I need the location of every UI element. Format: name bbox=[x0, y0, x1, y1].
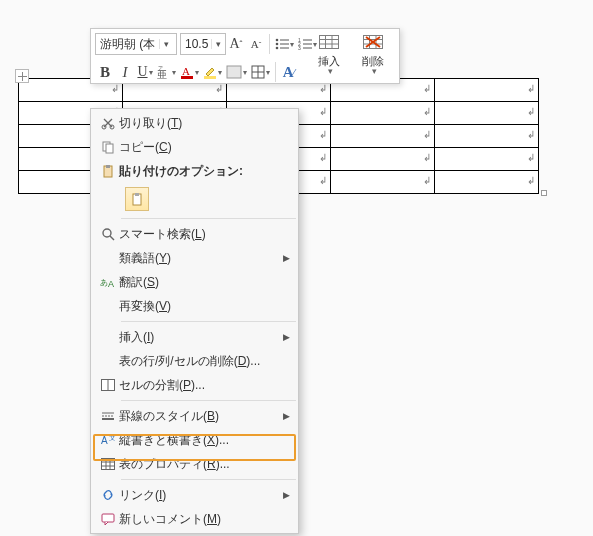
menu-text-direction-label: 縦書きと横書き(X)... bbox=[119, 432, 290, 449]
chevron-down-icon: ▾ bbox=[159, 39, 173, 49]
font-color-icon: A bbox=[180, 65, 194, 79]
grow-font-button[interactable]: Aˆ bbox=[226, 33, 246, 55]
ruby-button[interactable]: ア 亜 ▾ bbox=[155, 61, 178, 83]
shrink-font-button[interactable]: Aˇ bbox=[246, 33, 266, 55]
svg-text:亜: 亜 bbox=[157, 69, 167, 79]
menu-paste-options-label: 貼り付けのオプション: bbox=[119, 163, 290, 180]
text-direction-icon: A文 bbox=[97, 433, 119, 447]
shading-button[interactable]: ▾ bbox=[224, 61, 249, 83]
svg-text:A: A bbox=[182, 65, 190, 77]
menu-link[interactable]: リンク(I) ▶ bbox=[91, 483, 298, 507]
svg-line-42 bbox=[110, 236, 114, 240]
underline-button[interactable]: U▾ bbox=[135, 61, 155, 83]
menu-table-properties-label: 表のプロパティ(R)... bbox=[119, 456, 290, 473]
svg-text:A: A bbox=[108, 279, 114, 289]
svg-point-12 bbox=[276, 39, 279, 42]
menu-smart-lookup[interactable]: スマート検索(L) bbox=[91, 222, 298, 246]
menu-border-style-label: 罫線のスタイル(B) bbox=[119, 408, 279, 425]
chevron-down-icon: ▾ bbox=[328, 67, 333, 76]
delete-label: 削除 bbox=[362, 56, 384, 67]
menu-delete-rows-label: 表の行/列/セルの削除(D)... bbox=[119, 353, 290, 370]
clipboard-icon bbox=[97, 164, 119, 178]
menu-cut-label: 切り取り(T) bbox=[119, 115, 290, 132]
chevron-right-icon: ▶ bbox=[283, 490, 290, 500]
table-resize-handle-icon[interactable] bbox=[541, 190, 547, 196]
menu-translate-label: 翻訳(S) bbox=[119, 274, 290, 291]
menu-new-comment-label: 新しいコメント(M) bbox=[119, 511, 290, 528]
link-icon bbox=[97, 488, 119, 502]
menu-split-cells[interactable]: セルの分割(P)... bbox=[91, 373, 298, 397]
bullets-button[interactable]: ▾ bbox=[273, 33, 296, 55]
chevron-right-icon: ▶ bbox=[283, 253, 290, 263]
menu-reconvert-label: 再変換(V) bbox=[119, 298, 290, 315]
svg-text:A: A bbox=[101, 435, 108, 446]
table-insert-button[interactable]: 挿入 ▾ bbox=[307, 31, 351, 79]
table-delete-button[interactable]: 削除 ▾ bbox=[351, 31, 395, 79]
svg-rect-38 bbox=[106, 165, 110, 168]
menu-split-cells-label: セルの分割(P)... bbox=[119, 377, 290, 394]
mini-toolbar: 挿入 ▾ 削除 ▾ 游明朝 (本 ▾ 10.5 ▾ bbox=[90, 28, 400, 84]
ruby-icon: ア 亜 bbox=[157, 65, 171, 79]
border-style-icon bbox=[97, 410, 119, 422]
menu-paste-options-header: 貼り付けのオプション: bbox=[91, 159, 298, 183]
insert-label: 挿入 bbox=[318, 56, 340, 67]
font-size-combo[interactable]: 10.5 ▾ bbox=[180, 33, 226, 55]
menu-copy-label: コピー(C) bbox=[119, 139, 290, 156]
comment-icon bbox=[97, 513, 119, 526]
translate-icon: あA bbox=[97, 275, 119, 289]
chevron-right-icon: ▶ bbox=[283, 411, 290, 421]
svg-rect-52 bbox=[102, 459, 115, 470]
menu-smart-lookup-label: スマート検索(L) bbox=[119, 226, 290, 243]
scissors-icon bbox=[97, 116, 119, 130]
borders-icon bbox=[251, 65, 265, 79]
menu-translate[interactable]: あA 翻訳(S) bbox=[91, 270, 298, 294]
font-size-value: 10.5 bbox=[181, 37, 211, 51]
table-properties-icon bbox=[97, 458, 119, 470]
shading-icon bbox=[226, 65, 242, 79]
menu-new-comment[interactable]: 新しいコメント(M) bbox=[91, 507, 298, 531]
chevron-down-icon: ▾ bbox=[211, 39, 225, 49]
font-color-button[interactable]: A ▾ bbox=[178, 61, 201, 83]
chevron-down-icon: ▾ bbox=[372, 67, 377, 76]
svg-rect-28 bbox=[204, 76, 216, 79]
split-cells-icon bbox=[97, 379, 119, 391]
bold-button[interactable]: B bbox=[95, 61, 115, 83]
menu-delete-rows[interactable]: 表の行/列/セルの削除(D)... bbox=[91, 349, 298, 373]
svg-point-14 bbox=[276, 43, 279, 46]
svg-rect-40 bbox=[135, 193, 139, 196]
highlight-icon bbox=[203, 65, 217, 79]
menu-text-direction[interactable]: A文 縦書きと横書き(X)... bbox=[91, 428, 298, 452]
font-name-combo[interactable]: 游明朝 (本 ▾ bbox=[95, 33, 177, 55]
italic-button[interactable]: I bbox=[115, 61, 135, 83]
svg-point-41 bbox=[103, 229, 111, 237]
svg-text:3: 3 bbox=[298, 45, 301, 50]
paste-keep-source-icon bbox=[125, 187, 149, 211]
svg-text:あ: あ bbox=[100, 278, 108, 287]
menu-copy[interactable]: コピー(C) bbox=[91, 135, 298, 159]
copy-icon bbox=[97, 140, 119, 154]
menu-reconvert[interactable]: 再変換(V) bbox=[91, 294, 298, 318]
menu-synonyms[interactable]: 類義語(Y) ▶ bbox=[91, 246, 298, 270]
svg-point-16 bbox=[276, 47, 279, 50]
svg-rect-27 bbox=[181, 76, 193, 79]
svg-rect-57 bbox=[102, 514, 114, 522]
styles-button[interactable]: A∕ bbox=[279, 61, 299, 83]
highlight-button[interactable]: ▾ bbox=[201, 61, 224, 83]
menu-cut[interactable]: 切り取り(T) bbox=[91, 111, 298, 135]
menu-table-properties[interactable]: 表のプロパティ(R)... bbox=[91, 452, 298, 476]
svg-rect-36 bbox=[106, 144, 113, 153]
menu-link-label: リンク(I) bbox=[119, 487, 279, 504]
search-icon bbox=[97, 227, 119, 241]
menu-synonyms-label: 類義語(Y) bbox=[119, 250, 279, 267]
font-name-value: 游明朝 (本 bbox=[96, 36, 159, 53]
svg-rect-29 bbox=[227, 66, 241, 78]
table-insert-icon bbox=[319, 35, 339, 53]
svg-rect-0 bbox=[320, 35, 339, 48]
context-menu: 切り取り(T) コピー(C) 貼り付けのオプション: スマート検索(L) 類義語… bbox=[90, 108, 299, 534]
menu-insert[interactable]: 挿入(I) ▶ bbox=[91, 325, 298, 349]
borders-button[interactable]: ▾ bbox=[249, 61, 272, 83]
menu-paste-option-keep-source[interactable] bbox=[91, 183, 298, 215]
svg-text:文: 文 bbox=[109, 434, 115, 441]
chevron-right-icon: ▶ bbox=[283, 332, 290, 342]
menu-border-style[interactable]: 罫線のスタイル(B) ▶ bbox=[91, 404, 298, 428]
